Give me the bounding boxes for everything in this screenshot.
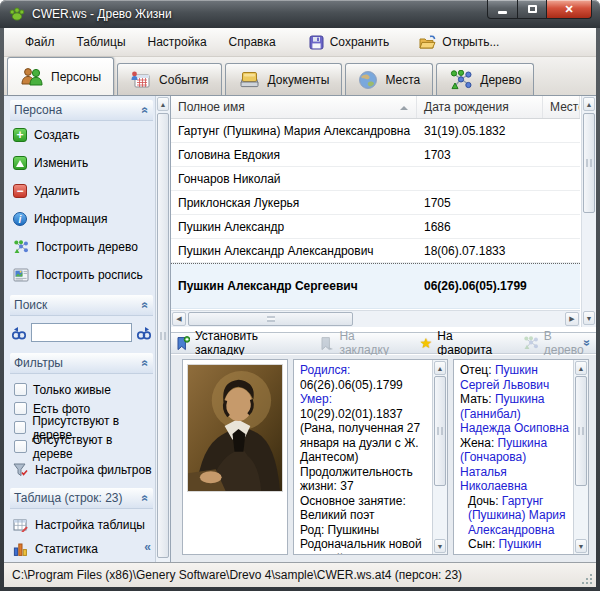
app-window: CWER.ws - Древо Жизни ✕ Файл Таблицы Нас… [0, 0, 600, 591]
search-row [10, 316, 153, 348]
table-row[interactable]: Пушкин Александр 1686 [171, 215, 580, 239]
open-label: Открыть... [442, 35, 499, 49]
vertical-scrollbar[interactable]: ▲ ▼ [581, 96, 596, 327]
search-forward-icon[interactable] [136, 325, 152, 340]
scroll-up-icon[interactable]: ▲ [583, 97, 595, 111]
scroll-left-icon[interactable]: ◀ [172, 312, 186, 326]
section-table-header[interactable]: Таблица (строк: 23) « [10, 488, 153, 509]
sidebar-scrollbar[interactable]: ▲ [155, 96, 170, 562]
resize-grip[interactable] [582, 573, 593, 584]
table-row[interactable]: Гартунг (Пушкина) Мария Александровна 31… [171, 119, 580, 143]
scroll-down-icon[interactable]: ▼ [434, 539, 446, 553]
tab-documents[interactable]: Документы [225, 63, 343, 95]
facts-scrollbar[interactable]: ▲ ▼ [432, 360, 447, 554]
tab-events[interactable]: События [117, 63, 222, 95]
checkbox-icon[interactable] [14, 383, 27, 396]
globe-icon [358, 70, 378, 90]
tree-diagram-icon [523, 336, 539, 350]
column-header-fullname[interactable]: Полное имя [171, 96, 417, 118]
filter-only-living[interactable]: Только живые [10, 380, 153, 399]
checkbox-icon[interactable] [14, 440, 27, 453]
goto-bookmark-button[interactable]: На закладку [320, 329, 402, 357]
item-label: Удалить [34, 184, 80, 198]
column-header-place[interactable]: Место [543, 96, 580, 118]
photo-panel[interactable] [182, 359, 288, 555]
relations-panel: Отец: Пушкин Сергей Львович Мать: Пушкин… [453, 359, 589, 555]
maximize-button[interactable] [518, 0, 547, 19]
sidebar-item-build-tree[interactable]: Построить дерево [10, 233, 153, 261]
tab-label: События [159, 73, 209, 87]
sidebar-item-info[interactable]: i Информация [10, 205, 153, 233]
minimize-button[interactable] [487, 0, 518, 19]
sidebar-item-statistics[interactable]: Статистика [10, 537, 153, 561]
button-label: На закладку [339, 329, 402, 357]
save-label: Сохранить [330, 35, 390, 49]
scrollbar-thumb[interactable] [434, 376, 446, 486]
table-row[interactable]: Головина Евдокия 1703 [171, 143, 580, 167]
tab-places[interactable]: Места [345, 63, 433, 95]
chevron-down-icon[interactable]: « [580, 340, 594, 347]
table-row[interactable]: Пушкин Александр Александрович 18(06).07… [171, 239, 580, 263]
tab-persons[interactable]: Персоны [7, 57, 114, 95]
fact-value: Основное занятие: Великий поэт [300, 494, 406, 523]
scroll-up-icon[interactable]: ▲ [434, 361, 446, 375]
scroll-up-icon[interactable]: ▲ [157, 97, 169, 111]
chevron-up-icon[interactable]: « [139, 302, 153, 309]
status-bar: C:\Program Files (x86)\Genery Software\D… [4, 562, 596, 587]
chevron-up-icon[interactable]: « [139, 107, 153, 114]
scroll-down-icon[interactable]: ▼ [583, 311, 595, 325]
table-row[interactable]: Приклонская Лукерья 1705 [171, 191, 580, 215]
horizontal-scrollbar[interactable]: ◀ ▶ [171, 310, 580, 327]
item-label: Настройка таблицы [35, 518, 145, 532]
sidebar-item-table-settings[interactable]: Настройка таблицы [10, 513, 153, 537]
title-bar: CWER.ws - Древо Жизни ✕ [0, 0, 600, 28]
item-label: Настройка фильтров [35, 463, 152, 477]
checkbox-icon[interactable] [14, 421, 26, 434]
relation-label: Отец: [460, 363, 492, 377]
table-row[interactable]: Гончаров Николай [171, 167, 580, 191]
set-bookmark-button[interactable]: Установить закладку [176, 329, 303, 357]
chevron-up-icon[interactable]: « [139, 495, 153, 502]
tab-tree[interactable]: Дерево [436, 63, 534, 95]
app-icon [9, 6, 25, 22]
menu-settings[interactable]: Настройка [137, 31, 218, 53]
fact-value: 10(29).02(01).1837 (Рана, полученная 27 … [300, 407, 420, 465]
sidebar-item-edit[interactable]: Изменить [10, 149, 153, 177]
scroll-right-icon[interactable]: ▶ [565, 312, 579, 326]
section-persona-header[interactable]: Персона « [10, 100, 153, 121]
open-button[interactable]: Открыть... [411, 32, 507, 53]
scrollbar-thumb[interactable] [157, 113, 169, 558]
menu-tables[interactable]: Таблицы [66, 31, 137, 53]
tree-diagram-icon [449, 70, 473, 90]
sidebar-item-build-report[interactable]: Построить роспись [10, 261, 153, 289]
search-input[interactable] [31, 323, 132, 342]
menu-file[interactable]: Файл [14, 31, 66, 53]
menu-help[interactable]: Справка [218, 31, 287, 53]
section-search-header[interactable]: Поиск « [10, 295, 153, 316]
table-grid-icon [13, 519, 28, 532]
picture-report-icon [13, 268, 29, 282]
section-filters-header[interactable]: Фильтры « [10, 353, 153, 374]
scrollbar-thumb[interactable] [188, 312, 353, 326]
sidebar-item-create[interactable]: + Создать [10, 121, 153, 149]
close-button[interactable]: ✕ [547, 0, 592, 19]
sidebar-item-filter-settings[interactable]: Настройка фильтров [10, 458, 153, 482]
item-label: Статистика [35, 542, 98, 556]
favorite-button[interactable]: ★ На фаворита [420, 329, 506, 357]
scrollbar-thumb[interactable] [583, 113, 595, 213]
relation-label: Мать: [460, 392, 492, 406]
column-header-birthdate[interactable]: Дата рождения [417, 96, 543, 118]
fact-label: Умер: [300, 392, 332, 406]
relations-scrollbar[interactable]: ▲ ▼ [573, 360, 588, 554]
table-row-selected[interactable]: Пушкин Александр Сергеевич 06(26).06(05)… [171, 263, 580, 309]
search-back-icon[interactable] [11, 325, 27, 340]
sidebar-item-delete[interactable]: − Удалить [10, 177, 153, 205]
chevron-up-icon[interactable]: « [139, 360, 153, 367]
sidebar-collapse-icon[interactable]: « [144, 540, 151, 554]
scroll-up-icon[interactable]: ▲ [575, 361, 587, 375]
checkbox-icon[interactable] [14, 402, 27, 415]
scrollbar-thumb[interactable] [575, 376, 587, 486]
table-body: Гартунг (Пушкина) Мария Александровна 31… [171, 119, 580, 309]
scroll-down-icon[interactable]: ▼ [575, 539, 587, 553]
save-button[interactable]: Сохранить [301, 32, 398, 53]
